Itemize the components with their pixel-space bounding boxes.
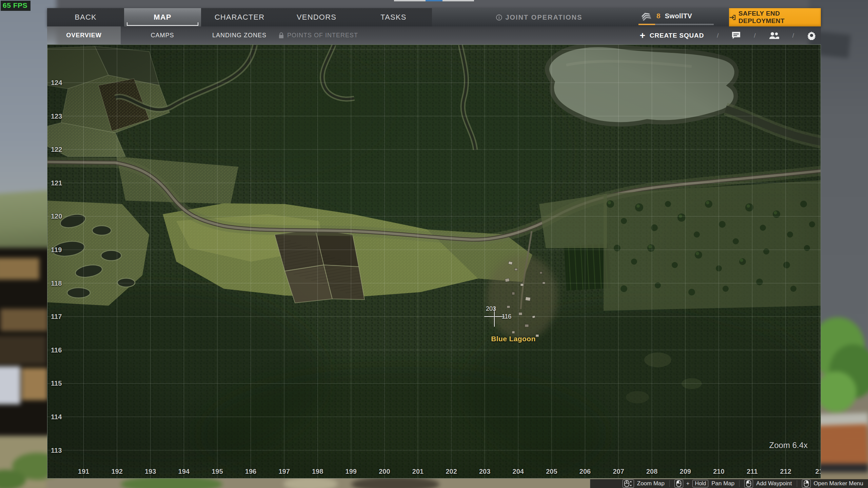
lock-icon	[279, 32, 284, 39]
fps-counter: 65 FPS	[1, 1, 31, 11]
hold-key-chip: Hold	[692, 480, 708, 487]
hint-open-marker-menu: Open Marker Menu	[797, 480, 868, 487]
mouse-scroll-icon	[623, 480, 634, 488]
mouse-right-icon	[802, 480, 811, 488]
xp-progress-fill	[638, 24, 655, 25]
hint-label: Open Marker Menu	[814, 480, 863, 487]
create-squad-button[interactable]: + CREATE SQUAD	[640, 31, 704, 40]
tab-map[interactable]: MAP	[124, 8, 201, 26]
settings-gear-icon[interactable]	[807, 31, 816, 40]
hint-pan-map: + Hold Pan Map	[669, 480, 739, 487]
tab-character[interactable]: CHARACTER	[201, 8, 278, 26]
scene-crate	[0, 258, 39, 280]
player-level: 8	[656, 12, 660, 20]
xp-progress-bar	[638, 24, 714, 25]
subtab-camps[interactable]: CAMPS	[151, 26, 174, 44]
hint-zoom-map: Zoom Map	[618, 480, 669, 487]
scene-crate	[0, 336, 46, 364]
hint-label: Zoom Map	[637, 480, 665, 487]
subtab-points-of-interest-locked: POINTS OF INTEREST	[279, 26, 358, 44]
main-tab-bar: BACK MAP CHARACTER VENDORS TASKS JOINT O…	[47, 8, 821, 26]
scene-crate	[0, 366, 20, 404]
player-name: SwollTV	[665, 12, 692, 20]
subtab-overview[interactable]: OVERVIEW	[47, 26, 121, 44]
player-info: 8 SwollTV	[638, 8, 716, 26]
scene-bush	[816, 371, 856, 412]
exit-icon	[729, 14, 736, 21]
hint-label: Add Waypoint	[756, 480, 792, 487]
location-label-blue-lagoon: Blue Lagoon	[491, 335, 536, 343]
safely-end-deployment-button[interactable]: SAFELY END DEPLOYMENT	[729, 8, 821, 26]
map-satellite-art	[47, 45, 821, 479]
mouse-left-icon	[744, 480, 753, 488]
tactical-map[interactable]: 124123122121120119118117116115114113 191…	[47, 44, 821, 479]
rank-icon	[640, 11, 652, 21]
squad-members-icon[interactable]	[769, 32, 780, 40]
safely-end-deployment-label: SAFELY END DEPLOYMENT	[738, 10, 821, 25]
scene-crate	[0, 309, 48, 331]
screen: 65 FPS BACK MAP CHARACTER VENDORS TASKS …	[0, 0, 868, 488]
map-zoom-level: Zoom 6.4x	[769, 441, 808, 450]
toolbar-separator: /	[717, 32, 718, 39]
info-icon	[496, 14, 502, 21]
top-progress-bar	[394, 0, 474, 1]
create-squad-label: CREATE SQUAD	[650, 32, 704, 39]
toolbar-separator: /	[754, 32, 755, 39]
tab-tasks[interactable]: TASKS	[355, 8, 432, 26]
joint-operations-indicator: JOINT OPERATIONS	[496, 8, 582, 26]
map-sub-nav: OVERVIEW CAMPS LANDING ZONES POINTS OF I…	[47, 26, 821, 44]
hint-add-waypoint: Add Waypoint	[739, 480, 796, 487]
joint-operations-label: JOINT OPERATIONS	[505, 14, 582, 21]
tab-back[interactable]: BACK	[47, 8, 124, 26]
plus-icon: +	[640, 31, 646, 40]
scene-crate	[22, 368, 47, 400]
chat-icon[interactable]	[731, 31, 741, 40]
subtab-points-of-interest-label: POINTS OF INTEREST	[287, 32, 358, 39]
map-screen-panel: BACK MAP CHARACTER VENDORS TASKS JOINT O…	[47, 8, 821, 488]
mouse-left-icon	[674, 480, 683, 488]
tab-vendors[interactable]: VENDORS	[278, 8, 355, 26]
subtab-landing-zones[interactable]: LANDING ZONES	[212, 26, 267, 44]
control-hint-bar: Zoom Map + Hold Pan Map	[590, 479, 868, 488]
top-progress-blue-segment	[426, 0, 442, 1]
hint-label: Pan Map	[711, 480, 734, 487]
hint-plus: +	[686, 481, 689, 487]
map-toolbar: + CREATE SQUAD / / /	[640, 26, 816, 44]
toolbar-separator: /	[792, 32, 794, 39]
